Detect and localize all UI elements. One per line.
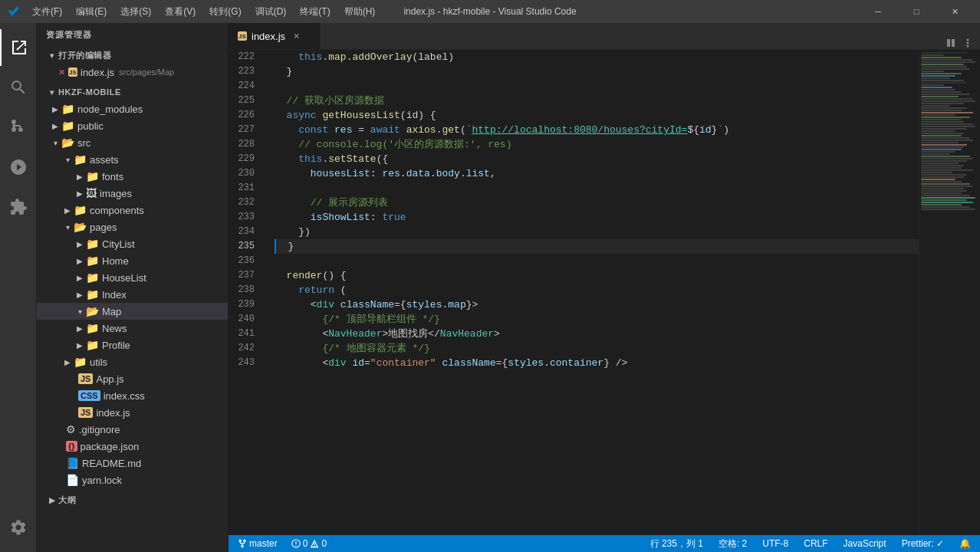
folder-public[interactable]: ▶ 📁 public bbox=[37, 117, 228, 134]
minimap-line bbox=[921, 142, 959, 143]
file-readme[interactable]: ▶ 📘 README.md bbox=[37, 455, 228, 472]
folder-citylist[interactable]: ▶ 📁 CityList bbox=[37, 235, 228, 252]
minimap-line bbox=[921, 89, 955, 90]
gear-icon: ⚙ bbox=[66, 423, 76, 435]
line-num: 223 bbox=[229, 64, 261, 79]
open-editors-label: 打开的编辑器 bbox=[58, 50, 111, 61]
file-index-css[interactable]: ▶ CSS index.css bbox=[37, 387, 228, 404]
js-icon: JS bbox=[78, 407, 93, 418]
indentation[interactable]: 空格: 2 bbox=[715, 535, 750, 552]
tab-index-js[interactable]: JS index.js ✕ bbox=[229, 23, 321, 49]
folder-components[interactable]: ▶ 📁 components bbox=[37, 202, 228, 219]
project-section[interactable]: ▾ HKZF-MOBILE bbox=[37, 84, 228, 100]
folder-open-icon: 📂 bbox=[74, 221, 87, 233]
project-arrow: ▾ bbox=[46, 88, 58, 97]
lock-icon: 📄 bbox=[66, 474, 79, 486]
menu-goto[interactable]: 转到(G) bbox=[203, 4, 247, 20]
activity-explorer[interactable] bbox=[0, 29, 37, 66]
editor-area: JS index.js ✕ 222 223 224 225 226 227 22… bbox=[229, 23, 980, 552]
folder-pages[interactable]: ▾ 📂 pages bbox=[37, 219, 228, 235]
open-file-index-js[interactable]: ✕ JS index.js src/pages/Map bbox=[37, 64, 228, 80]
minimap-line bbox=[921, 149, 962, 150]
activity-extensions[interactable] bbox=[0, 189, 37, 225]
line-ending[interactable]: CRLF bbox=[801, 535, 830, 552]
language-mode[interactable]: JavaScript bbox=[840, 535, 890, 552]
minimap-line bbox=[921, 192, 962, 194]
activity-debug[interactable] bbox=[0, 149, 37, 186]
folder-icon: 📁 bbox=[61, 120, 74, 132]
folder-home[interactable]: ▶ 📁 Home bbox=[37, 252, 228, 269]
menu-debug[interactable]: 调试(D) bbox=[249, 4, 293, 20]
git-branch[interactable]: master bbox=[235, 535, 281, 552]
encoding[interactable]: UTF-8 bbox=[759, 535, 791, 552]
menu-view[interactable]: 查看(V) bbox=[159, 4, 202, 20]
line-num-current: 235 bbox=[229, 239, 261, 254]
more-icon[interactable] bbox=[962, 37, 974, 49]
folder-src[interactable]: ▾ 📂 src bbox=[37, 134, 228, 151]
folder-news[interactable]: ▶ 📁 News bbox=[37, 320, 228, 337]
activity-search[interactable] bbox=[0, 69, 37, 106]
minimap-line bbox=[921, 130, 955, 132]
window-controls[interactable]: ─ □ ✕ bbox=[860, 0, 972, 23]
folder-houselist[interactable]: ▶ 📁 HouseList bbox=[37, 269, 228, 286]
folder-label: public bbox=[77, 120, 104, 132]
split-editor-icon[interactable] bbox=[945, 37, 957, 49]
open-editors-section[interactable]: ▾ 打开的编辑器 bbox=[37, 47, 228, 64]
code-content[interactable]: this.map.addOverlay(label) } // 获取小区房源数据… bbox=[267, 50, 919, 535]
file-index-js-src[interactable]: ▶ JS index.js bbox=[37, 404, 228, 421]
activity-git[interactable] bbox=[0, 109, 37, 146]
notification-icon[interactable]: 🔔 bbox=[956, 535, 974, 552]
folder-profile[interactable]: ▶ 📁 Profile bbox=[37, 337, 228, 353]
open-editors-arrow: ▾ bbox=[46, 51, 58, 60]
large-section-label: 大纲 bbox=[58, 495, 76, 506]
code-line bbox=[275, 79, 919, 94]
folder-fonts[interactable]: ▶ 📁 fonts bbox=[37, 168, 228, 185]
folder-map[interactable]: ▾ 📂 Map bbox=[37, 303, 228, 320]
menu-file[interactable]: 文件(F) bbox=[26, 4, 68, 20]
menu-bar[interactable]: 文件(F) 编辑(E) 选择(S) 查看(V) 转到(G) 调试(D) 终端(T… bbox=[26, 4, 381, 20]
fonts-arrow: ▶ bbox=[74, 172, 86, 181]
folder-images[interactable]: ▶ 🖼 images bbox=[37, 185, 228, 202]
folder-news-label: News bbox=[102, 323, 127, 334]
minimap-line bbox=[921, 137, 970, 139]
folder-utils[interactable]: ▶ 📁 utils bbox=[37, 353, 228, 370]
menu-help[interactable]: 帮助(H) bbox=[338, 4, 382, 20]
folder-label: node_modules bbox=[77, 104, 143, 115]
line-numbers: 222 223 224 225 226 227 228 229 230 231 … bbox=[229, 50, 267, 535]
profile-arrow: ▶ bbox=[74, 341, 86, 350]
file-package-json[interactable]: ▶ {} package.json bbox=[37, 438, 228, 455]
file-label: yarn.lock bbox=[82, 475, 122, 486]
cursor-position-label: 行 235，列 1 bbox=[650, 537, 703, 550]
minimap[interactable] bbox=[919, 50, 980, 535]
file-app-js[interactable]: ▶ JS App.js bbox=[37, 370, 228, 387]
file-gitignore[interactable]: ▶ ⚙ .gitignore bbox=[37, 421, 228, 438]
folder-label: HouseList bbox=[102, 272, 146, 284]
code-line: housesList: res.data.body.list, bbox=[275, 166, 919, 181]
large-section[interactable]: ▶ 大纲 bbox=[37, 491, 228, 508]
menu-edit[interactable]: 编辑(E) bbox=[70, 4, 113, 20]
minimap-line bbox=[921, 71, 944, 72]
folder-index-page[interactable]: ▶ 📁 Index bbox=[37, 286, 228, 303]
menu-terminal[interactable]: 终端(T) bbox=[294, 4, 336, 20]
line-num: 230 bbox=[229, 166, 261, 181]
minimap-line bbox=[921, 100, 975, 102]
menu-select[interactable]: 选择(S) bbox=[114, 4, 157, 20]
minimap-line bbox=[921, 160, 967, 162]
folder-assets[interactable]: ▾ 📁 assets bbox=[37, 151, 228, 168]
news-arrow: ▶ bbox=[74, 324, 86, 333]
maximize-button[interactable]: □ bbox=[899, 0, 934, 23]
code-editor: 222 223 224 225 226 227 228 229 230 231 … bbox=[229, 50, 980, 535]
errors-warnings[interactable]: 0 0 bbox=[288, 535, 330, 552]
close-icon[interactable]: ✕ bbox=[58, 67, 65, 77]
folder-node-modules[interactable]: ▶ 📁 node_modules bbox=[37, 100, 228, 117]
index-arrow: ▶ bbox=[74, 291, 86, 299]
file-yarn-lock[interactable]: ▶ 📄 yarn.lock bbox=[37, 472, 228, 488]
code-line: <div id="container" className={styles.co… bbox=[275, 356, 919, 370]
close-button[interactable]: ✕ bbox=[937, 0, 972, 23]
cursor-position[interactable]: 行 235，列 1 bbox=[647, 535, 706, 552]
formatter[interactable]: Prettier: ✓ bbox=[899, 535, 947, 552]
folder-open-icon: 📂 bbox=[86, 305, 99, 317]
activity-settings[interactable] bbox=[0, 509, 37, 546]
tab-close-button[interactable]: ✕ bbox=[290, 30, 302, 42]
minimize-button[interactable]: ─ bbox=[860, 0, 896, 23]
